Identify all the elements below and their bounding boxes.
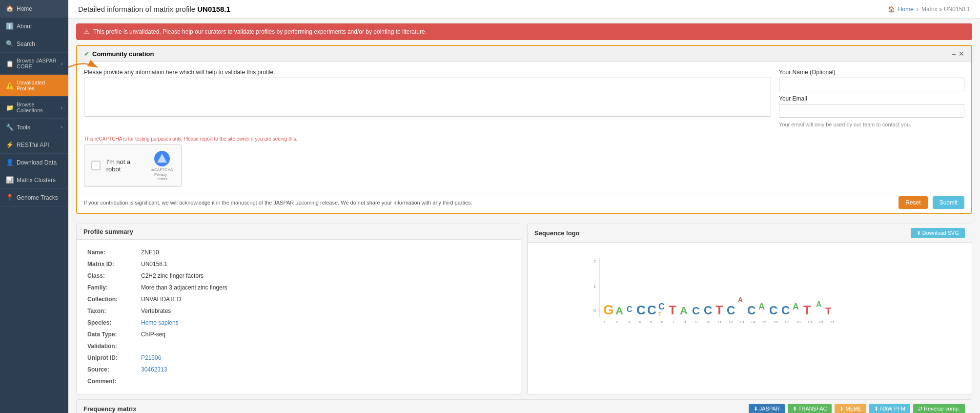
submit-button[interactable]: Submit: [933, 196, 964, 209]
main-content: Detailed information of matrix profile U…: [68, 0, 980, 413]
table-row: Matrix ID: UN0158.1: [83, 258, 514, 270]
table-row: Uniprot ID: P21506: [83, 352, 514, 364]
recaptcha-logo: [153, 150, 171, 167]
profile-summary-body: Name: ZNF10 Matrix ID: UN0158.1 Class: C…: [77, 240, 521, 394]
breadcrumb: 🏠 Home › Matrix » UN0158.1: [888, 6, 970, 13]
close-button[interactable]: ✕: [959, 50, 964, 58]
folder-icon: 📁: [6, 104, 14, 111]
table-row: Class: C2H2 zinc finger factors: [83, 270, 514, 282]
svg-text:C: C: [647, 303, 656, 317]
sidebar-item-browse-collections[interactable]: 📁 Browse Collections ›: [0, 97, 68, 119]
minimize-button[interactable]: –: [952, 50, 956, 58]
download-icon: ⬇: [754, 406, 758, 412]
svg-text:15: 15: [762, 320, 767, 324]
download-svg-button[interactable]: ⬇ Download SVG: [911, 228, 965, 238]
table-row: Validation:: [83, 340, 514, 352]
svg-text:A: A: [793, 302, 799, 311]
sequence-logo-svg: 2 1 0 G A C C C C T: [584, 253, 916, 329]
browse-icon: 📋: [6, 60, 14, 67]
table-row: Name: ZNF10: [83, 247, 514, 258]
table-row: Taxon: Vertebrates: [83, 305, 514, 317]
svg-text:T: T: [803, 303, 811, 317]
source-link[interactable]: 30462313: [141, 366, 167, 373]
raw-pfm-button[interactable]: ⬇ RAW PFM: [869, 404, 910, 413]
modal-footer: If your contribution is significant, we …: [77, 192, 971, 213]
svg-text:C: C: [781, 304, 790, 317]
sequence-logo-panel: Sequence logo ⬇ Download SVG 2 1 0 G: [527, 224, 972, 394]
svg-text:C: C: [704, 304, 712, 317]
sequence-logo-header: Sequence logo ⬇ Download SVG: [528, 224, 972, 243]
sidebar-item-home[interactable]: 🏠 Home: [0, 0, 68, 18]
recaptcha-checkbox[interactable]: [91, 161, 101, 170]
sidebar-item-search[interactable]: 🔍 Search: [0, 35, 68, 53]
reverse-comp-button[interactable]: ⇄ Reverse comp.: [913, 404, 965, 413]
svg-text:C: C: [692, 305, 700, 317]
profile-summary-header: Detailed information of matrix profile P…: [77, 224, 521, 240]
jaspar-button[interactable]: ⬇ JASPAR: [749, 404, 785, 413]
content-area: Detailed information of matrix profile P…: [68, 219, 980, 399]
species-link[interactable]: Homo sapiens: [141, 319, 179, 326]
table-row: Data Type: ChIP-seq: [83, 329, 514, 340]
name-input[interactable]: [779, 78, 964, 91]
sidebar-item-tools[interactable]: 🔧 Tools ›: [0, 119, 68, 136]
sidebar-item-about[interactable]: ℹ️ About: [0, 18, 68, 35]
svg-text:A: A: [738, 296, 743, 304]
download-icon: ⬇: [917, 230, 921, 236]
clusters-icon: 📊: [6, 176, 14, 184]
svg-text:16: 16: [774, 320, 778, 324]
svg-text:C: C: [727, 304, 735, 317]
svg-text:12: 12: [729, 320, 733, 324]
svg-text:C: C: [658, 302, 665, 311]
modal-title: ✔ Community curation: [84, 50, 154, 58]
reset-button[interactable]: Reset: [898, 196, 927, 209]
download-icon: 👤: [6, 159, 14, 166]
freq-button-group: ⬇ JASPAR ⬇ TRANSFAC ⬇ MEME ⬇ RAW PFM: [749, 404, 965, 413]
freq-panel-header: Frequency matrix ⬇ JASPAR ⬇ TRANSFAC ⬇ M…: [77, 400, 972, 413]
genome-icon: 📍: [6, 194, 14, 201]
info-icon: ℹ️: [6, 22, 14, 30]
svg-text:T: T: [669, 303, 676, 317]
api-icon: ⚡: [6, 141, 14, 148]
svg-text:C: C: [769, 304, 777, 317]
table-row: Family: More than 3 adjacent zinc finger…: [83, 282, 514, 293]
svg-text:8: 8: [684, 320, 686, 324]
download-icon: ⬇: [874, 406, 878, 412]
svg-text:1: 1: [593, 284, 596, 289]
page-title: Detailed information of matrix profile U…: [78, 5, 230, 13]
uniprot-link[interactable]: P21506: [141, 354, 161, 361]
svg-text:11: 11: [717, 320, 722, 324]
sidebar-item-restful[interactable]: ⚡ RESTful API: [0, 136, 68, 154]
description-textarea[interactable]: [84, 78, 771, 117]
svg-text:13: 13: [740, 320, 744, 324]
profile-summary-panel: Detailed information of matrix profile P…: [76, 224, 521, 394]
warning-icon: ⚠️: [6, 82, 14, 89]
sidebar-item-unvalidated[interactable]: ⚠️ Unvalidated Profiles: [0, 75, 68, 97]
search-icon: 🔍: [6, 40, 14, 47]
svg-text:4: 4: [639, 320, 641, 324]
modal-controls: – ✕: [952, 50, 964, 58]
sidebar-item-genome-tracks[interactable]: 📍 Genome Tracks: [0, 189, 68, 206]
sidebar: 🏠 Home ℹ️ About 🔍 Search 📋 Browse JASPAR…: [0, 0, 68, 413]
svg-text:A: A: [758, 302, 765, 311]
svg-text:C: C: [627, 305, 633, 313]
svg-text:9: 9: [695, 320, 698, 324]
freq-panel: Frequency matrix ⬇ JASPAR ⬇ TRANSFAC ⬇ M…: [76, 399, 972, 413]
svg-text:20: 20: [819, 320, 823, 324]
sidebar-item-browse-jaspar[interactable]: 📋 Browse JASPAR CORE ›: [0, 53, 68, 75]
sidebar-item-matrix-clusters[interactable]: 📊 Matrix Clusters: [0, 171, 68, 189]
svg-text:A: A: [816, 300, 822, 309]
table-row: Source: 30462313: [83, 364, 514, 375]
svg-text:17: 17: [785, 320, 789, 324]
svg-text:C: C: [747, 304, 755, 317]
breadcrumb-home[interactable]: Home: [898, 6, 914, 13]
meme-button[interactable]: ⬇ MEME: [835, 404, 866, 413]
svg-text:7: 7: [673, 320, 675, 324]
transfac-button[interactable]: ⬇ TRANSFAC: [788, 404, 832, 413]
recaptcha-box: I'm not a robot reCAPTCHAPrivacy - Terms: [84, 145, 182, 187]
email-input[interactable]: [779, 104, 964, 118]
table-row: Comment:: [83, 375, 514, 387]
sidebar-item-download[interactable]: 👤 Download Data: [0, 154, 68, 171]
svg-text:T: T: [658, 311, 661, 317]
chevron-icon: ›: [61, 124, 62, 130]
svg-text:5: 5: [650, 320, 653, 324]
